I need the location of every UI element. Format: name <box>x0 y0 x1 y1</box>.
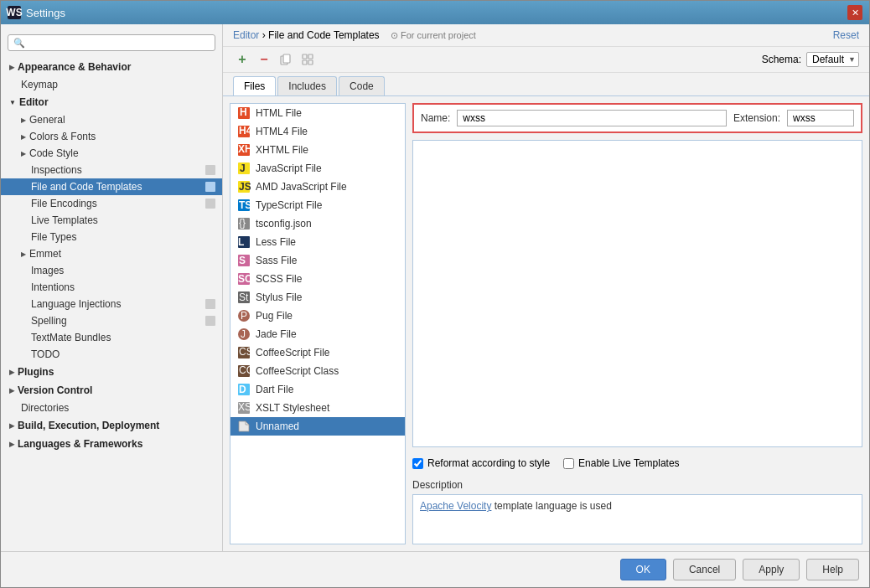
list-item[interactable]: D Dart File <box>230 380 405 399</box>
coffee-class-icon: CC <box>237 364 251 378</box>
live-templates-checkbox[interactable] <box>563 458 574 469</box>
dialog-body: 🔍 ▶ Appearance & Behavior Keymap ▼ Edito… <box>1 24 869 551</box>
sidebar-item-emmet[interactable]: ▶ Emmet <box>1 245 222 262</box>
sidebar-item-version-control[interactable]: ▶ Version Control <box>1 381 222 400</box>
file-item-label: Sass File <box>256 255 297 266</box>
xslt-file-icon: XSL <box>237 401 251 415</box>
svg-rect-5 <box>308 60 313 64</box>
file-item-label: Pug File <box>256 310 293 322</box>
tab-includes[interactable]: Includes <box>277 76 337 95</box>
triangle-icon: ▶ <box>9 64 14 71</box>
list-item[interactable]: L Less File <box>230 233 405 251</box>
sidebar-item-label: Intentions <box>21 281 75 293</box>
list-item[interactable]: TS TypeScript File <box>230 196 405 214</box>
schema-select-wrapper: Default ▼ <box>806 52 859 67</box>
sidebar-item-general[interactable]: ▶ General <box>1 111 222 128</box>
schema-select[interactable]: Default <box>806 52 859 67</box>
description-area: Apache Velocity template language is use… <box>412 494 862 544</box>
sidebar-item-directories[interactable]: Directories <box>1 400 222 416</box>
sidebar-item-file-types[interactable]: File Types <box>1 229 222 245</box>
list-item[interactable]: XH XHTML File <box>230 141 405 159</box>
sidebar-item-file-encodings[interactable]: File Encodings <box>1 195 222 212</box>
remove-template-button[interactable]: − <box>255 50 273 69</box>
help-button[interactable]: Help <box>806 559 859 580</box>
live-templates-checkbox-label[interactable]: Enable Live Templates <box>563 457 680 469</box>
sidebar-item-file-code-templates[interactable]: File and Code Templates <box>1 178 222 195</box>
schema-row: Schema: Default ▼ <box>762 52 859 67</box>
list-item[interactable]: H4 HTML4 File <box>230 122 405 141</box>
sidebar-item-live-templates[interactable]: Live Templates <box>1 212 222 229</box>
sidebar-item-textmate-bundles[interactable]: TextMate Bundles <box>1 329 222 346</box>
sidebar-item-label: File and Code Templates <box>21 181 142 193</box>
name-input[interactable] <box>457 110 727 126</box>
list-item[interactable]: P Pug File <box>230 307 405 325</box>
sidebar-item-label: TextMate Bundles <box>21 332 111 343</box>
sidebar-item-editor[interactable]: ▼ Editor <box>1 93 222 111</box>
coffee-file-icon: CS <box>237 346 251 359</box>
ts-file-icon: TS <box>237 199 251 212</box>
copy-template-button[interactable] <box>277 50 295 69</box>
sidebar-item-language-injections[interactable]: Language Injections <box>1 296 222 312</box>
search-box[interactable]: 🔍 <box>8 34 215 51</box>
list-item[interactable]: J Jade File <box>230 325 405 343</box>
close-button[interactable]: ✕ <box>847 5 862 20</box>
list-item[interactable]: J JavaScript File <box>230 159 405 178</box>
move-template-button[interactable] <box>298 50 317 69</box>
sidebar-item-spelling[interactable]: Spelling <box>1 312 222 329</box>
svg-text:SC: SC <box>238 273 251 285</box>
tab-files[interactable]: Files <box>233 76 276 95</box>
file-item-label: tsconfig.json <box>256 218 312 230</box>
reset-button[interactable]: Reset <box>833 29 859 41</box>
sidebar-item-code-style[interactable]: ▶ Code Style <box>1 145 222 162</box>
right-panel: Name: Extension: Reformat according to s… <box>412 103 862 544</box>
sidebar-item-label: Language Injections <box>21 298 121 310</box>
list-item[interactable]: CC CoffeeScript Class <box>230 362 405 380</box>
sidebar-item-images[interactable]: Images <box>1 262 222 279</box>
list-item[interactable]: XSL XSLT Stylesheet <box>230 399 405 417</box>
apache-velocity-link[interactable]: Apache Velocity <box>420 500 491 512</box>
sidebar-item-intentions[interactable]: Intentions <box>1 279 222 296</box>
list-item[interactable]: {} tsconfig.json <box>230 214 405 233</box>
breadcrumb-editor-link[interactable]: Editor <box>233 29 259 41</box>
list-item-unnamed[interactable]: Unnamed <box>230 417 405 436</box>
sidebar-item-label: Inspections <box>21 164 82 176</box>
add-template-button[interactable]: + <box>233 50 251 69</box>
svg-text:TS: TS <box>239 199 251 211</box>
tab-code[interactable]: Code <box>339 76 385 95</box>
list-item[interactable]: St Stylus File <box>230 288 405 307</box>
sidebar-item-label: Code Style <box>29 147 79 159</box>
file-item-label: Unnamed <box>256 420 299 432</box>
ok-button[interactable]: OK <box>620 559 666 580</box>
main-content: Editor › File and Code Templates ⊙ For c… <box>223 24 869 551</box>
search-input[interactable] <box>28 37 210 49</box>
sidebar-item-plugins[interactable]: ▶ Plugins <box>1 363 222 381</box>
sidebar-item-appearance[interactable]: ▶ Appearance & Behavior <box>1 58 222 76</box>
sidebar-item-keymap[interactable]: Keymap <box>1 76 222 93</box>
list-item[interactable]: SC SCSS File <box>230 270 405 288</box>
template-editor[interactable] <box>412 140 862 447</box>
file-item-label: SCSS File <box>256 273 302 285</box>
sidebar-item-label: Colors & Fonts <box>29 131 96 142</box>
svg-text:D: D <box>239 384 246 395</box>
content-area: H HTML File H4 HTML4 File XH <box>223 96 869 551</box>
file-templates-badge-icon <box>205 182 215 192</box>
list-item[interactable]: CS CoffeeScript File <box>230 343 405 362</box>
svg-text:XSL: XSL <box>238 401 251 413</box>
stylus-file-icon: St <box>237 291 251 304</box>
reformat-checkbox-label[interactable]: Reformat according to style <box>412 457 550 469</box>
list-item[interactable]: JS AMD JavaScript File <box>230 178 405 196</box>
sidebar-item-label: Version Control <box>18 384 92 396</box>
sidebar-item-label: Plugins <box>18 366 54 378</box>
sidebar-item-inspections[interactable]: Inspections <box>1 162 222 178</box>
reformat-checkbox[interactable] <box>412 458 423 469</box>
svg-text:H: H <box>240 106 247 118</box>
list-item[interactable]: H HTML File <box>230 104 405 122</box>
list-item[interactable]: S Sass File <box>230 251 405 270</box>
sidebar-item-languages-frameworks[interactable]: ▶ Languages & Frameworks <box>1 435 222 453</box>
extension-input[interactable] <box>787 110 854 126</box>
sidebar-item-build-execution[interactable]: ▶ Build, Execution, Deployment <box>1 416 222 435</box>
sidebar-item-todo[interactable]: TODO <box>1 346 222 363</box>
cancel-button[interactable]: Cancel <box>673 559 736 580</box>
sidebar-item-colors-fonts[interactable]: ▶ Colors & Fonts <box>1 128 222 145</box>
apply-button[interactable]: Apply <box>743 559 800 580</box>
